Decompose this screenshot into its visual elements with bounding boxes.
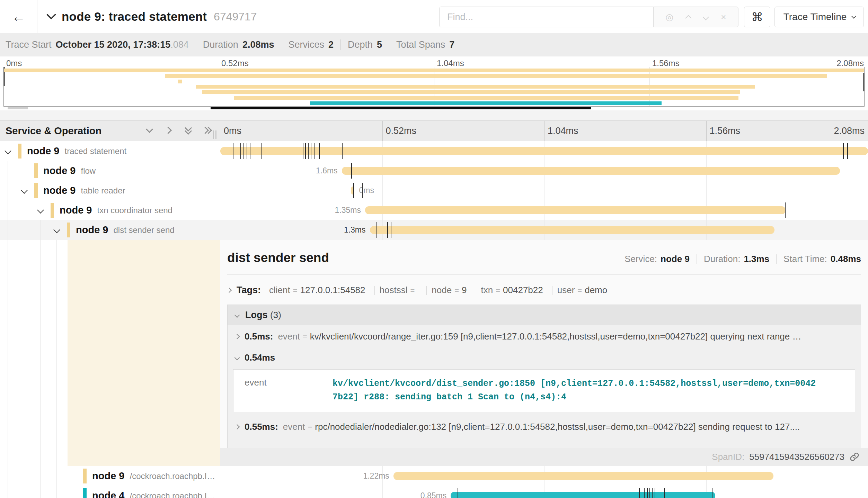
span-duration-label: 1.22ms: [220, 466, 389, 486]
service-name: node 9: [60, 205, 92, 216]
expander-icon[interactable]: [53, 226, 60, 233]
span-row-table-reader[interactable]: node 9table reader0ms: [0, 181, 868, 200]
tree-guide: [8, 220, 8, 240]
tags-accordion[interactable]: Tags: client=127.0.0.1:54582 hostssl= no…: [227, 285, 861, 296]
log-marker-tick: [652, 488, 653, 498]
log-marker-tick: [639, 488, 640, 498]
log-marker-tick: [233, 143, 233, 159]
divider: [552, 286, 552, 295]
span-timeline-cell[interactable]: 0ms: [220, 181, 868, 200]
log-marker-tick: [351, 163, 352, 179]
span-name-cell: node 4/cockroach.roachpb.I…: [0, 486, 220, 498]
span-bar[interactable]: [342, 167, 840, 175]
trace-minimap: 0ms 0.52ms 1.04ms 1.56ms 2.08ms: [0, 56, 868, 120]
gridline: [382, 121, 383, 141]
locate-icon[interactable]: ◎: [666, 12, 674, 21]
column-resizer-handle[interactable]: [213, 130, 216, 139]
span-name-cell: node 9dist sender send: [0, 220, 220, 240]
gridline: [544, 181, 544, 200]
operation-name: table reader: [81, 186, 125, 196]
span-duration-label: 1.6ms: [220, 161, 338, 181]
find-input[interactable]: [439, 7, 653, 27]
expander-icon[interactable]: [21, 187, 28, 194]
span-bar[interactable]: [365, 206, 786, 214]
span-name-cell: node 9flow: [0, 161, 220, 181]
log-marker-tick: [843, 143, 844, 159]
operation-name: /cockroach.roachpb.I…: [130, 491, 215, 498]
timeline-header-row: Service & Operation 0ms 0.52ms 1.04ms 1.…: [0, 120, 868, 141]
span-bar[interactable]: [393, 472, 773, 480]
minimap-canvas[interactable]: [3, 67, 865, 107]
header-tick-0: 0ms: [224, 121, 241, 141]
minimap-span-bar: [202, 90, 740, 94]
span-row-traced-statement[interactable]: node 9traced statement: [0, 141, 868, 161]
expand-one-icon[interactable]: [165, 126, 174, 135]
span-name-cell: node 9txn coordinator send: [0, 200, 220, 220]
log-entry-0[interactable]: 0.5ms: event = kv/kvclient/kvcoord/range…: [228, 325, 861, 348]
span-timeline-cell[interactable]: 1.3ms: [220, 220, 868, 240]
minimap-span-bar: [234, 96, 738, 100]
span-row-dist-sender-send[interactable]: node 9dist sender send1.3ms: [0, 220, 868, 240]
timeline-ticks-header: 0ms 0.52ms 1.04ms 1.56ms 2.08ms: [220, 121, 868, 141]
span-row-cockroach-roachpb-i[interactable]: node 4/cockroach.roachpb.I…0.85ms: [0, 486, 868, 498]
span-labels: node 9flow: [43, 161, 96, 181]
span-timeline-cell[interactable]: 1.6ms: [220, 161, 868, 181]
service-color-chip: [83, 469, 87, 483]
log-marker-tick: [303, 143, 303, 159]
service-color-chip: [34, 163, 38, 178]
span-detail-panel: dist sender send Service:node 9 Duration…: [220, 240, 868, 466]
service-operation-title: Service & Operation: [6, 125, 101, 137]
trace-view-select[interactable]: Trace Timeline: [774, 7, 864, 27]
collapse-all-icon[interactable]: [184, 126, 193, 135]
logs-accordion-header[interactable]: Logs (3): [228, 305, 861, 325]
collapse-one-icon[interactable]: [145, 126, 154, 135]
minimap-footer-strip: [0, 110, 868, 120]
tree-guide: [56, 486, 57, 498]
copy-link-icon[interactable]: [849, 452, 860, 462]
keyboard-shortcuts-button[interactable]: ⌘: [744, 7, 770, 27]
top-bar: ← node 9: traced statement 6749717 ◎ × ⌘…: [0, 0, 868, 33]
span-timeline-cell[interactable]: [220, 141, 868, 161]
tag-hostssl: hostssl=: [380, 285, 418, 296]
command-icon: ⌘: [751, 10, 763, 24]
span-bar[interactable]: [451, 492, 715, 498]
divider: [227, 274, 861, 274]
span-row-flow[interactable]: node 9flow1.6ms: [0, 161, 868, 181]
tree-guide: [73, 486, 73, 498]
span-bar[interactable]: [220, 147, 868, 155]
find-clear-icon[interactable]: ×: [721, 12, 726, 21]
find-next-icon[interactable]: [703, 14, 709, 20]
expander-icon[interactable]: [37, 207, 44, 214]
log-marker-tick: [240, 143, 241, 159]
expand-all-icon[interactable]: [204, 126, 213, 135]
service-operation-header: Service & Operation: [0, 121, 220, 141]
tree-guide: [40, 486, 41, 498]
back-button[interactable]: ←: [0, 0, 37, 33]
service-name: node 9: [76, 224, 108, 236]
minimap-view-scrubber[interactable]: [211, 107, 592, 109]
operation-name: /cockroach.roachpb.I…: [130, 471, 215, 481]
log-entry-1-header[interactable]: 0.54ms: [228, 348, 861, 367]
span-timeline-cell[interactable]: 1.35ms: [220, 200, 868, 220]
span-bar[interactable]: [370, 226, 775, 234]
service-name: node 9: [43, 185, 76, 196]
log-entry-2[interactable]: 0.55ms: event = rpc/nodedialer/nodediale…: [228, 416, 861, 438]
log-marker-tick: [655, 488, 655, 498]
span-timeline-cell[interactable]: 0.85ms: [220, 486, 868, 498]
span-row-cockroach-roachpb-i[interactable]: node 9/cockroach.roachpb.I…1.22ms: [0, 466, 868, 486]
span-timeline-cell[interactable]: 1.22ms: [220, 466, 868, 486]
trace-summary-bar: Trace Start October 15 2020, 17:38:15.08…: [0, 33, 868, 56]
divider: [374, 286, 375, 295]
chevron-down-icon: [234, 312, 240, 318]
expander-icon[interactable]: [5, 147, 11, 154]
log-marker-tick: [647, 488, 648, 498]
span-detail-title: dist sender send: [227, 251, 329, 265]
find-prev-icon[interactable]: [685, 15, 692, 21]
minimap-right-scrubber[interactable]: [863, 73, 865, 91]
divider: [476, 286, 476, 295]
span-row-txn-coordinator-send[interactable]: node 9txn coordinator send1.35ms: [0, 200, 868, 220]
header-tick-4: 2.08ms: [834, 121, 865, 141]
collapse-trace-icon[interactable]: [46, 10, 56, 19]
minimap-span-bar: [196, 85, 754, 89]
service-name: node 9: [27, 145, 59, 157]
